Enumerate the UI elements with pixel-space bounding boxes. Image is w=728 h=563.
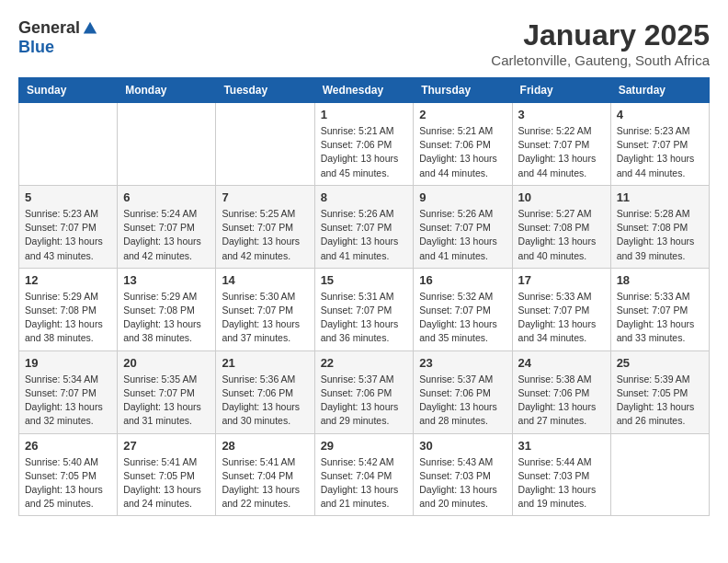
day-info: Sunrise: 5:40 AM Sunset: 7:05 PM Dayligh…	[25, 455, 111, 511]
calendar-week-row: 12Sunrise: 5:29 AM Sunset: 7:08 PM Dayli…	[19, 268, 710, 350]
day-number: 12	[25, 273, 111, 287]
day-info: Sunrise: 5:29 AM Sunset: 7:08 PM Dayligh…	[25, 290, 111, 346]
day-number: 19	[25, 356, 111, 370]
table-row: 22Sunrise: 5:37 AM Sunset: 7:06 PM Dayli…	[314, 350, 414, 433]
month-title: January 2025	[491, 18, 710, 52]
day-info: Sunrise: 5:21 AM Sunset: 7:06 PM Dayligh…	[321, 124, 408, 180]
day-number: 23	[419, 356, 506, 370]
day-number: 21	[222, 356, 308, 370]
table-row: 17Sunrise: 5:33 AM Sunset: 7:07 PM Dayli…	[512, 268, 610, 350]
day-number: 18	[617, 273, 703, 287]
day-info: Sunrise: 5:31 AM Sunset: 7:07 PM Dayligh…	[321, 290, 408, 346]
day-number: 30	[419, 439, 506, 453]
table-row: 6Sunrise: 5:24 AM Sunset: 7:07 PM Daylig…	[118, 185, 216, 268]
table-row: 4Sunrise: 5:23 AM Sunset: 7:07 PM Daylig…	[610, 103, 709, 186]
table-row: 31Sunrise: 5:44 AM Sunset: 7:03 PM Dayli…	[512, 433, 610, 516]
day-info: Sunrise: 5:33 AM Sunset: 7:07 PM Dayligh…	[518, 290, 605, 346]
calendar-table: Sunday Monday Tuesday Wednesday Thursday…	[18, 77, 710, 516]
day-info: Sunrise: 5:27 AM Sunset: 7:08 PM Dayligh…	[518, 207, 605, 263]
table-row: 30Sunrise: 5:43 AM Sunset: 7:03 PM Dayli…	[414, 433, 512, 516]
day-number: 25	[617, 356, 703, 370]
day-info: Sunrise: 5:29 AM Sunset: 7:08 PM Dayligh…	[123, 290, 210, 346]
day-number: 8	[321, 190, 408, 204]
table-row: 27Sunrise: 5:41 AM Sunset: 7:05 PM Dayli…	[118, 433, 216, 516]
table-row: 26Sunrise: 5:40 AM Sunset: 7:05 PM Dayli…	[19, 433, 118, 516]
day-number: 29	[321, 439, 408, 453]
title-block: January 2025 Carletonville, Gauteng, Sou…	[491, 18, 710, 68]
day-number: 28	[222, 439, 308, 453]
day-info: Sunrise: 5:41 AM Sunset: 7:05 PM Dayligh…	[123, 455, 210, 511]
day-info: Sunrise: 5:28 AM Sunset: 7:08 PM Dayligh…	[617, 207, 703, 263]
day-info: Sunrise: 5:35 AM Sunset: 7:07 PM Dayligh…	[123, 373, 210, 429]
day-info: Sunrise: 5:26 AM Sunset: 7:07 PM Dayligh…	[419, 207, 506, 263]
day-number: 1	[321, 108, 408, 121]
svg-marker-0	[84, 21, 97, 33]
day-number: 4	[617, 108, 703, 121]
table-row: 21Sunrise: 5:36 AM Sunset: 7:06 PM Dayli…	[216, 350, 314, 433]
day-info: Sunrise: 5:41 AM Sunset: 7:04 PM Dayligh…	[222, 455, 308, 511]
day-info: Sunrise: 5:32 AM Sunset: 7:07 PM Dayligh…	[419, 290, 506, 346]
logo-blue-text: Blue	[18, 38, 54, 57]
day-info: Sunrise: 5:23 AM Sunset: 7:07 PM Dayligh…	[25, 207, 111, 263]
header-sunday: Sunday	[19, 78, 118, 103]
table-row: 9Sunrise: 5:26 AM Sunset: 7:07 PM Daylig…	[414, 185, 512, 268]
table-row: 10Sunrise: 5:27 AM Sunset: 7:08 PM Dayli…	[512, 185, 610, 268]
day-info: Sunrise: 5:42 AM Sunset: 7:04 PM Dayligh…	[321, 455, 408, 511]
header-monday: Monday	[118, 78, 216, 103]
table-row: 28Sunrise: 5:41 AM Sunset: 7:04 PM Dayli…	[216, 433, 314, 516]
table-row: 23Sunrise: 5:37 AM Sunset: 7:06 PM Dayli…	[414, 350, 512, 433]
day-number: 3	[518, 108, 605, 121]
day-number: 13	[123, 273, 210, 287]
day-info: Sunrise: 5:38 AM Sunset: 7:06 PM Dayligh…	[518, 373, 605, 429]
logo-general-text: General	[18, 18, 80, 38]
day-number: 31	[518, 439, 605, 453]
day-info: Sunrise: 5:21 AM Sunset: 7:06 PM Dayligh…	[419, 124, 506, 180]
table-row	[216, 103, 314, 186]
table-row: 20Sunrise: 5:35 AM Sunset: 7:07 PM Dayli…	[118, 350, 216, 433]
table-row: 8Sunrise: 5:26 AM Sunset: 7:07 PM Daylig…	[314, 185, 414, 268]
day-number: 9	[419, 190, 506, 204]
table-row: 5Sunrise: 5:23 AM Sunset: 7:07 PM Daylig…	[19, 185, 118, 268]
calendar-week-row: 1Sunrise: 5:21 AM Sunset: 7:06 PM Daylig…	[19, 103, 710, 186]
table-row	[19, 103, 118, 186]
calendar-week-row: 19Sunrise: 5:34 AM Sunset: 7:07 PM Dayli…	[19, 350, 710, 433]
header-tuesday: Tuesday	[216, 78, 314, 103]
day-number: 6	[123, 190, 210, 204]
calendar-header-row: Sunday Monday Tuesday Wednesday Thursday…	[19, 78, 710, 103]
day-info: Sunrise: 5:26 AM Sunset: 7:07 PM Dayligh…	[321, 207, 408, 263]
header-thursday: Thursday	[414, 78, 512, 103]
day-number: 16	[419, 273, 506, 287]
day-number: 10	[518, 190, 605, 204]
table-row	[118, 103, 216, 186]
table-row: 2Sunrise: 5:21 AM Sunset: 7:06 PM Daylig…	[414, 103, 512, 186]
day-number: 17	[518, 273, 605, 287]
table-row: 16Sunrise: 5:32 AM Sunset: 7:07 PM Dayli…	[414, 268, 512, 350]
day-info: Sunrise: 5:44 AM Sunset: 7:03 PM Dayligh…	[518, 455, 605, 511]
logo-icon	[82, 20, 98, 37]
day-number: 5	[25, 190, 111, 204]
day-number: 26	[25, 439, 111, 453]
day-info: Sunrise: 5:34 AM Sunset: 7:07 PM Dayligh…	[25, 373, 111, 429]
day-number: 22	[321, 356, 408, 370]
day-info: Sunrise: 5:37 AM Sunset: 7:06 PM Dayligh…	[419, 373, 506, 429]
table-row: 14Sunrise: 5:30 AM Sunset: 7:07 PM Dayli…	[216, 268, 314, 350]
day-info: Sunrise: 5:33 AM Sunset: 7:07 PM Dayligh…	[617, 290, 703, 346]
header-friday: Friday	[512, 78, 610, 103]
day-info: Sunrise: 5:36 AM Sunset: 7:06 PM Dayligh…	[222, 373, 308, 429]
table-row: 1Sunrise: 5:21 AM Sunset: 7:06 PM Daylig…	[314, 103, 414, 186]
table-row: 18Sunrise: 5:33 AM Sunset: 7:07 PM Dayli…	[610, 268, 709, 350]
table-row: 25Sunrise: 5:39 AM Sunset: 7:05 PM Dayli…	[610, 350, 709, 433]
calendar-week-row: 5Sunrise: 5:23 AM Sunset: 7:07 PM Daylig…	[19, 185, 710, 268]
header-saturday: Saturday	[610, 78, 709, 103]
table-row: 11Sunrise: 5:28 AM Sunset: 7:08 PM Dayli…	[610, 185, 709, 268]
day-info: Sunrise: 5:43 AM Sunset: 7:03 PM Dayligh…	[419, 455, 506, 511]
table-row: 24Sunrise: 5:38 AM Sunset: 7:06 PM Dayli…	[512, 350, 610, 433]
day-info: Sunrise: 5:30 AM Sunset: 7:07 PM Dayligh…	[222, 290, 308, 346]
day-info: Sunrise: 5:23 AM Sunset: 7:07 PM Dayligh…	[617, 124, 703, 180]
page-header: General Blue January 2025 Carletonville,…	[18, 18, 710, 68]
table-row: 15Sunrise: 5:31 AM Sunset: 7:07 PM Dayli…	[314, 268, 414, 350]
table-row: 29Sunrise: 5:42 AM Sunset: 7:04 PM Dayli…	[314, 433, 414, 516]
day-number: 14	[222, 273, 308, 287]
table-row: 3Sunrise: 5:22 AM Sunset: 7:07 PM Daylig…	[512, 103, 610, 186]
location: Carletonville, Gauteng, South Africa	[491, 52, 710, 68]
